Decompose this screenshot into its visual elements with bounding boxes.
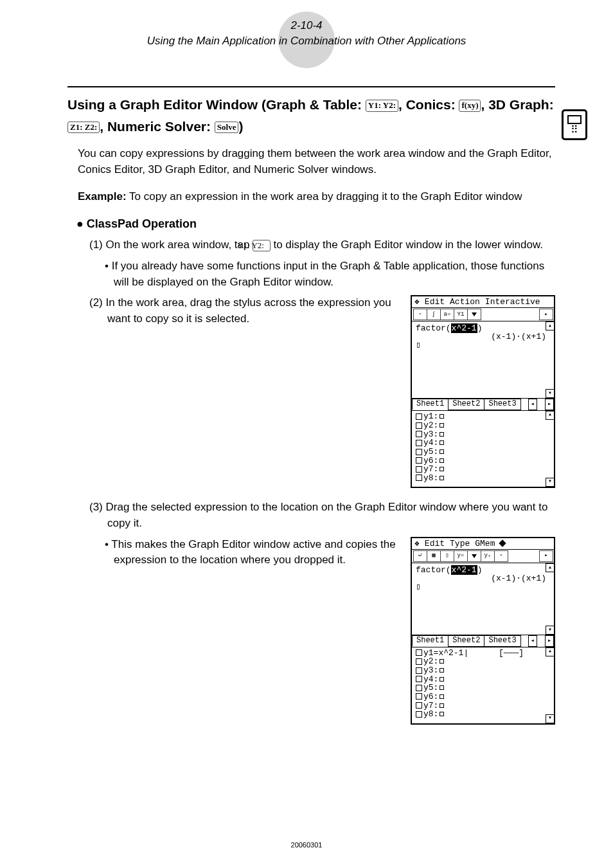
fig2-menu-icon[interactable]: ❖ (414, 539, 420, 548)
tab-sheet2[interactable]: Sheet2 (448, 635, 484, 647)
scroll-down-icon[interactable]: ▾ (546, 626, 555, 635)
example-text: To copy an expression in the work area b… (127, 190, 522, 203)
page-number: 2-10-4 (0, 19, 613, 32)
section-heading: Using a Graph Editor Window (Graph & Tab… (67, 94, 555, 137)
toolbar-button[interactable]: ▦ (427, 550, 441, 562)
toolbar-button[interactable]: ▯ (440, 550, 454, 562)
heading-text-4: , Numeric Solver: (100, 119, 215, 134)
fig2-expr-suffix: ) (477, 565, 483, 575)
scroll-up-icon[interactable]: ▴ (546, 321, 555, 330)
toolbar-more[interactable]: ▸ (539, 550, 553, 562)
fig1-menu-bar: ❖ Edit Action Interactive (412, 296, 554, 308)
graph-table-icon: Y1: Y2: (366, 100, 398, 112)
fig1-result: (x-1)·(x+1) (416, 332, 550, 341)
toolbar-button[interactable]: ▫ (494, 550, 508, 562)
heading-text-2: , Conics: (398, 97, 459, 112)
fig2-menu-gmem[interactable]: GMem (475, 539, 495, 548)
scroll-down-icon[interactable]: ▾ (546, 478, 555, 487)
step-1-bullet: • If you already have some functions inp… (105, 258, 555, 290)
heading-text-5: ) (238, 119, 243, 134)
calculator-icon (562, 109, 587, 140)
tab-sheet3[interactable]: Sheet3 (484, 635, 520, 647)
fig1-toolbar: ▫ ∫ a= Y1 ▸ (412, 308, 554, 321)
fig1-tabs: Sheet1 Sheet2 Sheet3 ◂ ▸ (412, 399, 554, 411)
tab-left-arrow[interactable]: ◂ (528, 399, 537, 410)
toolbar-button[interactable]: a= (440, 309, 454, 320)
scroll-up-icon[interactable]: ▴ (546, 647, 555, 656)
y-row[interactable]: y8: (423, 709, 438, 719)
tab-sheet1[interactable]: Sheet1 (412, 399, 449, 410)
toolbar-button[interactable] (467, 550, 481, 562)
scroll-down-icon[interactable]: ▾ (546, 714, 555, 723)
toolbar-button[interactable] (467, 309, 481, 320)
toolbar-button[interactable]: y= (454, 550, 468, 562)
fig2-work-area[interactable]: factor(x^2-1) (x-1)·(x+1) ▯ ▴ ▾ (412, 563, 554, 635)
step-3: (3) Drag the selected expression to the … (89, 500, 555, 531)
step1-text-b: to display the Graph Editor window in th… (271, 239, 543, 251)
footer-date: 20060301 (0, 841, 613, 849)
fig2-menu-diamond[interactable] (500, 539, 505, 548)
fig1-expr-prefix: factor( (416, 323, 451, 333)
step1-text-a: (1) On the work area window, tap (89, 239, 253, 251)
toolbar-button[interactable]: ▫ (413, 309, 427, 320)
3d-graph-icon: Z1: Z2: (67, 122, 100, 134)
page-subtitle: Using the Main Application in Combinatio… (0, 35, 613, 48)
scroll-down-icon[interactable]: ▾ (546, 389, 555, 398)
fig1-menu-action[interactable]: Action (450, 298, 480, 306)
scroll-up-icon[interactable]: ▴ (546, 563, 555, 572)
operation-heading: ● ClassPad Operation (76, 217, 555, 231)
fig1-menu-icon[interactable]: ❖ (414, 298, 420, 306)
toolbar-button[interactable]: ⤾ (413, 550, 427, 562)
toolbar-more[interactable]: ▸ (539, 309, 553, 320)
toolbar-button[interactable]: ∫ (427, 309, 441, 320)
step-2: (2) In the work area, drag the stylus ac… (89, 295, 405, 327)
tab-sheet1[interactable]: Sheet1 (412, 635, 449, 647)
intro-paragraph: You can copy expressions by dragging the… (78, 146, 555, 177)
toolbar-button[interactable]: y₊ (481, 550, 495, 562)
solver-icon: Solve (215, 122, 239, 134)
fig2-result: (x-1)·(x+1) (416, 574, 550, 583)
heading-text-1: Using a Graph Editor Window (Graph & Tab… (67, 97, 366, 112)
graph-editor-inline-icon: Y1: Y2: (253, 240, 271, 252)
fig2-menu-bar: ❖ Edit Type GMem (412, 538, 554, 550)
y-row[interactable]: y8: (423, 473, 438, 483)
fig2-menu-type[interactable]: Type (450, 539, 470, 548)
step-1: (1) On the work area window, tap Y1: Y2:… (89, 237, 555, 253)
tab-sheet2[interactable]: Sheet2 (448, 399, 484, 410)
fig2-ylist[interactable]: y1=x^2-1| [———] y2: y3: y4: y5: y6: y7: … (412, 647, 554, 723)
example-line: Example: To copy an expression in the wo… (78, 190, 555, 203)
example-label: Example: (78, 190, 127, 203)
step-3-bullet: • This makes the Graph Editor window act… (105, 537, 405, 568)
fig1-menu-edit[interactable]: Edit (425, 298, 445, 306)
fig2-tabs: Sheet1 Sheet2 Sheet3 ◂ ▸ (412, 635, 554, 647)
tab-sheet3[interactable]: Sheet3 (484, 399, 520, 410)
fig2-menu-edit[interactable]: Edit (425, 539, 445, 548)
content: Using a Graph Editor Window (Graph & Tab… (0, 48, 613, 725)
fig2-toolbar: ⤾ ▦ ▯ y= y₊ ▫ ▸ (412, 550, 554, 563)
conics-icon: f(xy) (459, 100, 481, 112)
tab-left-arrow[interactable]: ◂ (528, 635, 537, 647)
fig1-menu-interactive[interactable]: Interactive (485, 298, 540, 306)
page-header: 2-10-4 Using the Main Application in Com… (0, 0, 613, 48)
fig2-expr-selected: x^2-1 (451, 565, 477, 575)
fig1-expr-selected: x^2-1 (451, 323, 477, 333)
tab-right-arrow[interactable]: ▸ (545, 635, 554, 647)
fig2-expr-prefix: factor( (416, 565, 451, 575)
toolbar-button[interactable]: Y1 (454, 309, 468, 320)
figure-1: ❖ Edit Action Interactive ▫ ∫ a= Y1 ▸ fa… (411, 295, 555, 488)
fig1-ylist[interactable]: y1: y2: y3: y4: y5: y6: y7: y8: ▴ ▾ (412, 411, 554, 487)
heading-text-3: , 3D Graph: (481, 97, 553, 112)
tab-right-arrow[interactable]: ▸ (545, 399, 554, 410)
graph-style-hint: [———] (499, 648, 524, 658)
scroll-up-icon[interactable]: ▴ (546, 411, 555, 420)
fig1-work-area[interactable]: factor(x^2-1) (x-1)·(x+1) ▯ ▴ ▾ (412, 321, 554, 399)
figure-2: ❖ Edit Type GMem ⤾ ▦ ▯ y= y₊ ▫ ▸ factor(… (411, 537, 555, 725)
section-rule (67, 86, 555, 87)
fig1-expr-suffix: ) (477, 323, 483, 333)
